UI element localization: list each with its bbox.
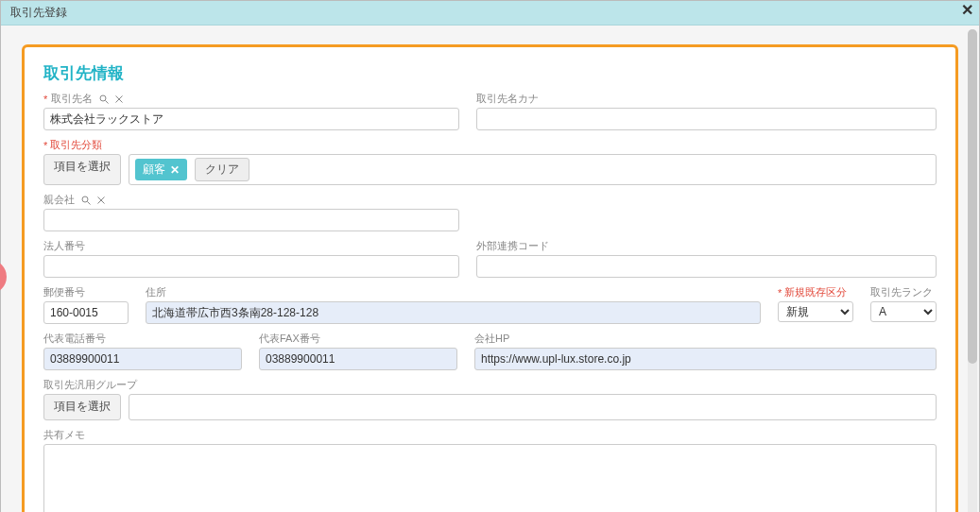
step-badge: 2 bbox=[0, 260, 7, 294]
label-company-kana: 取引先名カナ bbox=[476, 92, 937, 106]
modal-header: 取引先登録 ✕ bbox=[1, 1, 979, 26]
modal-dialog: 取引先登録 ✕ 2 取引先情報 * 取引先名 取引先名カナ bbox=[0, 0, 980, 512]
label-corporate-number: 法人番号 bbox=[43, 239, 459, 253]
label-address: 住所 bbox=[146, 285, 761, 299]
label-postal: 郵便番号 bbox=[43, 285, 129, 299]
label-external-code: 外部連携コード bbox=[476, 239, 937, 253]
tag-remove-icon[interactable]: ✕ bbox=[170, 163, 180, 177]
parent-company-input[interactable] bbox=[43, 209, 459, 231]
memo-textarea[interactable] bbox=[43, 444, 937, 512]
group-tagbox[interactable] bbox=[129, 394, 937, 420]
close-icon[interactable]: ✕ bbox=[961, 3, 973, 18]
label-fax: 代表FAX番号 bbox=[259, 332, 457, 346]
label-parent-company: 親会社 bbox=[43, 193, 459, 207]
scrollbar-track[interactable] bbox=[968, 29, 977, 512]
svg-line-1 bbox=[106, 100, 109, 103]
select-item-button-classification[interactable]: 項目を選択 bbox=[43, 154, 121, 185]
svg-point-4 bbox=[82, 196, 88, 202]
clear-button[interactable]: クリア bbox=[195, 158, 249, 181]
corporate-number-input[interactable] bbox=[43, 255, 459, 278]
modal-title: 取引先登録 bbox=[10, 6, 67, 19]
svg-line-5 bbox=[88, 201, 91, 204]
select-item-button-group[interactable]: 項目を選択 bbox=[43, 394, 121, 420]
clear-icon[interactable] bbox=[95, 195, 107, 206]
address-input[interactable] bbox=[146, 301, 761, 324]
classification-tag-label: 顧客 bbox=[143, 162, 165, 178]
website-input[interactable] bbox=[474, 348, 937, 370]
fax-input[interactable] bbox=[259, 348, 457, 370]
section-title: 取引先情報 bbox=[43, 62, 937, 84]
new-exist-select[interactable]: 新規既存 bbox=[778, 301, 853, 322]
classification-tag: 顧客 ✕ bbox=[135, 159, 187, 180]
label-classification: *取引先分類 bbox=[43, 138, 937, 152]
company-name-input[interactable] bbox=[43, 108, 459, 130]
classification-tagbox[interactable]: 顧客 ✕ クリア bbox=[129, 154, 937, 185]
search-icon[interactable] bbox=[80, 195, 92, 206]
label-memo: 共有メモ bbox=[43, 428, 937, 442]
rank-select[interactable]: ABC bbox=[870, 301, 937, 322]
company-kana-input[interactable] bbox=[476, 108, 937, 130]
label-company-name: * 取引先名 bbox=[43, 92, 459, 106]
svg-point-0 bbox=[100, 95, 106, 101]
label-new-exist: *新規既存区分 bbox=[778, 285, 853, 299]
tel-input[interactable] bbox=[43, 348, 242, 370]
label-group: 取引先汎用グループ bbox=[43, 378, 937, 392]
external-code-input[interactable] bbox=[476, 255, 937, 278]
scrollbar-thumb[interactable] bbox=[968, 29, 977, 364]
label-tel: 代表電話番号 bbox=[43, 332, 242, 346]
search-icon[interactable] bbox=[98, 94, 110, 105]
content-frame: 2 取引先情報 * 取引先名 取引先名カナ bbox=[22, 44, 958, 512]
label-rank: 取引先ランク bbox=[870, 285, 937, 299]
required-asterisk: * bbox=[43, 94, 47, 105]
postal-input[interactable] bbox=[43, 301, 129, 324]
label-website: 会社HP bbox=[474, 332, 937, 346]
clear-icon[interactable] bbox=[113, 94, 125, 105]
